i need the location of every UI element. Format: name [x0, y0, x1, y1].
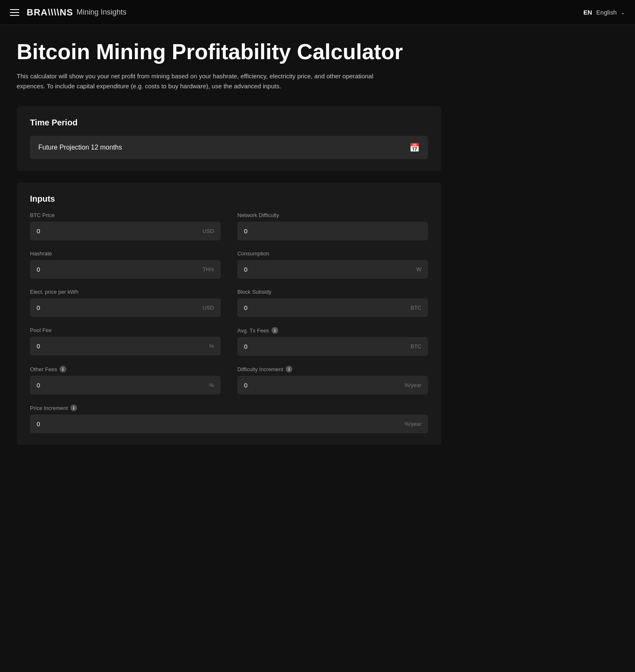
- input-label-btc-price: BTC Price: [30, 212, 221, 218]
- page-description: This calculator will show you your net p…: [17, 71, 391, 91]
- time-period-label: Future Projection 12 months: [38, 144, 122, 151]
- input-field-hashrate: TH/s: [30, 260, 221, 279]
- brand-title: Mining Insights: [77, 8, 127, 17]
- info-icon-difficulty-increment[interactable]: i: [286, 366, 292, 372]
- input-hashrate[interactable]: [37, 266, 199, 273]
- input-group-btc-price: BTC PriceUSD: [30, 212, 221, 240]
- input-difficulty-increment[interactable]: [244, 382, 401, 389]
- input-electricity-price[interactable]: [37, 304, 199, 311]
- inputs-grid: BTC PriceUSDNetwork DifficultyHashrateTH…: [30, 212, 428, 433]
- main-content: Bitcoin Mining Profitability Calculator …: [0, 25, 458, 482]
- input-group-network-difficulty: Network Difficulty: [237, 212, 428, 240]
- input-label-avg-tx-fees: Avg. Tx Feesi: [237, 327, 428, 334]
- input-label-price-increment: Price Incrementi: [30, 405, 428, 411]
- input-field-price-increment: %/year: [30, 415, 428, 433]
- input-group-other-fees: Other Feesi%: [30, 366, 221, 395]
- lang-text: English: [596, 9, 617, 16]
- input-label-consumption: Consumption: [237, 250, 428, 257]
- input-price-increment[interactable]: [37, 420, 401, 427]
- lang-code: EN: [583, 9, 592, 16]
- input-group-price-increment: Price Incrementi%/year: [30, 405, 428, 433]
- inputs-title: Inputs: [30, 194, 428, 204]
- input-field-block-subsidy: BTC: [237, 298, 428, 317]
- time-period-title: Time Period: [30, 118, 428, 127]
- input-field-pool-fee: %: [30, 337, 221, 355]
- input-field-consumption: W: [237, 260, 428, 279]
- input-group-block-subsidy: Block SubsidyBTC: [237, 289, 428, 317]
- unit-consumption: W: [416, 266, 421, 272]
- menu-icon[interactable]: [10, 9, 19, 16]
- time-period-dropdown[interactable]: Future Projection 12 months 📅: [30, 136, 428, 159]
- unit-price-increment: %/year: [405, 421, 421, 427]
- page-title: Bitcoin Mining Profitability Calculator: [17, 40, 441, 64]
- input-other-fees[interactable]: [37, 382, 206, 389]
- input-group-consumption: ConsumptionW: [237, 250, 428, 279]
- unit-hashrate: TH/s: [203, 266, 214, 272]
- input-label-network-difficulty: Network Difficulty: [237, 212, 428, 218]
- input-pool-fee[interactable]: [37, 342, 206, 350]
- time-period-section: Time Period Future Projection 12 months …: [17, 106, 441, 171]
- input-field-other-fees: %: [30, 376, 221, 395]
- unit-block-subsidy: BTC: [411, 305, 421, 311]
- calendar-icon: 📅: [409, 142, 420, 152]
- inputs-section: Inputs BTC PriceUSDNetwork DifficultyHas…: [17, 182, 441, 445]
- input-label-block-subsidy: Block Subsidy: [237, 289, 428, 295]
- unit-btc-price: USD: [203, 228, 214, 234]
- input-field-btc-price: USD: [30, 222, 221, 240]
- input-label-other-fees: Other Feesi: [30, 366, 221, 372]
- brand: BRA\\\\NS Mining Insights: [27, 7, 127, 18]
- brand-logo: BRA\\\\NS: [27, 7, 73, 18]
- input-avg-tx-fees[interactable]: [244, 343, 407, 350]
- input-group-pool-fee: Pool Fee%: [30, 327, 221, 356]
- input-label-hashrate: Hashrate: [30, 250, 221, 257]
- info-icon-price-increment[interactable]: i: [70, 405, 77, 411]
- navbar: BRA\\\\NS Mining Insights EN English ⌄: [0, 0, 635, 25]
- info-icon-avg-tx-fees[interactable]: i: [271, 327, 278, 334]
- input-field-network-difficulty: [237, 222, 428, 240]
- input-label-electricity-price: Elect. price per kWh: [30, 289, 221, 295]
- chevron-down-icon: ⌄: [621, 10, 625, 15]
- input-group-electricity-price: Elect. price per kWhUSD: [30, 289, 221, 317]
- input-consumption[interactable]: [244, 266, 413, 273]
- info-icon-other-fees[interactable]: i: [60, 366, 66, 372]
- unit-pool-fee: %: [209, 343, 214, 349]
- input-group-difficulty-increment: Difficulty Incrementi%/year: [237, 366, 428, 395]
- input-label-pool-fee: Pool Fee: [30, 327, 221, 333]
- unit-avg-tx-fees: BTC: [411, 343, 421, 350]
- input-field-difficulty-increment: %/year: [237, 376, 428, 395]
- input-field-avg-tx-fees: BTC: [237, 337, 428, 356]
- unit-other-fees: %: [209, 382, 214, 388]
- input-block-subsidy[interactable]: [244, 304, 407, 311]
- input-label-difficulty-increment: Difficulty Incrementi: [237, 366, 428, 372]
- language-selector[interactable]: EN English ⌄: [583, 9, 625, 16]
- unit-electricity-price: USD: [203, 305, 214, 311]
- input-field-electricity-price: USD: [30, 298, 221, 317]
- input-network-difficulty[interactable]: [244, 227, 421, 235]
- unit-difficulty-increment: %/year: [405, 382, 421, 388]
- input-group-hashrate: HashrateTH/s: [30, 250, 221, 279]
- navbar-left: BRA\\\\NS Mining Insights: [10, 7, 127, 18]
- input-btc-price[interactable]: [37, 227, 199, 235]
- input-group-avg-tx-fees: Avg. Tx FeesiBTC: [237, 327, 428, 356]
